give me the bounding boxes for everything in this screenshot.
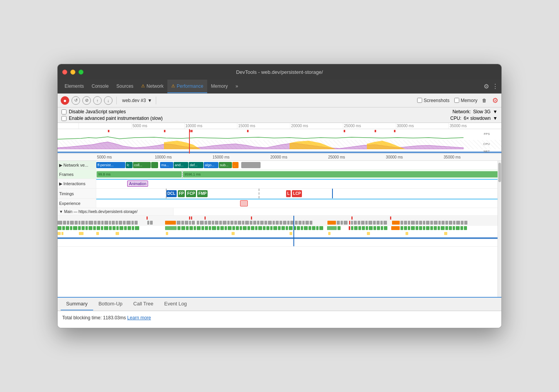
frame-1: 99.8 ms — [97, 171, 182, 177]
devtools-window: DevTools - web.dev/persistent-storage/ E… — [57, 64, 502, 328]
svg-rect-115 — [124, 226, 127, 230]
network-dropdown-icon[interactable]: ▼ — [493, 109, 498, 114]
experience-label[interactable]: Experience — [58, 199, 96, 208]
cpu-dropdown-icon[interactable]: ▼ — [493, 116, 498, 121]
settings-icon[interactable]: ⚙ — [484, 83, 489, 90]
profile-select[interactable]: web.dev #3 ▼ — [122, 98, 152, 103]
svg-rect-108 — [97, 226, 100, 230]
tab-performance[interactable]: ⚠ Performance — [167, 80, 207, 93]
svg-rect-50 — [260, 221, 264, 225]
svg-rect-10 — [81, 221, 85, 225]
svg-rect-57 — [287, 221, 290, 225]
screenshots-input[interactable] — [417, 98, 422, 103]
svg-rect-25 — [147, 221, 149, 225]
timings-label[interactable]: Timings — [58, 189, 96, 198]
experience-content — [96, 199, 501, 208]
svg-rect-162 — [354, 226, 358, 230]
svg-rect-184 — [445, 226, 448, 230]
trash-icon[interactable]: 🗑 — [482, 98, 487, 103]
frames-track: Frames 99.8 ms 9596.1 ms — [58, 170, 501, 179]
upload-button[interactable]: ↑ — [93, 96, 102, 105]
svg-rect-171 — [391, 226, 400, 230]
network-warn-icon: ⚠ — [141, 84, 145, 89]
chip-ff-persist: ff-persist... — [96, 162, 125, 168]
experience-label-text: Experience — [59, 201, 80, 206]
maximize-button[interactable] — [78, 70, 84, 75]
adv-paint-option[interactable]: Enable advanced paint instrumentation (s… — [61, 116, 163, 121]
screenshots-checkbox[interactable]: Screenshots — [417, 98, 450, 103]
interactions-topline — [96, 179, 501, 180]
svg-rect-8 — [75, 221, 78, 225]
animation-label: Animation — [129, 182, 146, 186]
network-track-label[interactable]: ▶ Network ve... — [58, 161, 96, 169]
svg-rect-141 — [258, 226, 262, 230]
tab-sources[interactable]: Sources — [112, 80, 137, 93]
svg-rect-61 — [302, 221, 305, 225]
svg-rect-156 — [316, 226, 319, 230]
settings-red-icon[interactable]: ⚙ — [492, 96, 498, 105]
interactions-label[interactable]: ▶ Interactions — [58, 179, 96, 188]
tick-15000: 15000 ms — [237, 123, 290, 129]
svg-rect-153 — [304, 226, 308, 230]
clear-button[interactable]: ⊘ — [82, 96, 91, 105]
svg-rect-97 — [464, 221, 467, 225]
tab-memory[interactable]: Memory — [207, 80, 232, 93]
memory-checkbox[interactable]: Memory — [454, 98, 477, 103]
close-button[interactable] — [62, 70, 67, 75]
learn-more-link[interactable]: Learn more — [127, 315, 151, 320]
tab-network[interactable]: ⚠ Network — [137, 80, 167, 93]
timeline-main[interactable]: 5000 ms 10000 ms 15000 ms 20000 ms 25000… — [58, 154, 501, 297]
svg-rect-7 — [70, 221, 74, 225]
download-button[interactable]: ↓ — [104, 96, 112, 105]
adv-paint-checkbox[interactable] — [61, 116, 66, 121]
memory-input[interactable] — [454, 98, 459, 103]
main-track-label[interactable]: ▼ Main — https://web.dev/persistent-stor… — [58, 208, 174, 215]
svg-rect-36 — [208, 221, 211, 225]
svg-rect-63 — [310, 221, 312, 225]
toolbar-right: Screenshots Memory 🗑 — [417, 98, 487, 103]
svg-rect-161 — [351, 226, 353, 230]
svg-rect-95 — [456, 221, 460, 225]
svg-rect-150 — [293, 226, 296, 230]
svg-rect-194 — [116, 232, 119, 235]
l-chip: L — [286, 190, 291, 197]
svg-rect-71 — [358, 221, 360, 225]
more-icon[interactable]: ⋮ — [492, 83, 498, 90]
svg-rect-169 — [381, 226, 383, 230]
svg-rect-99 — [62, 226, 65, 230]
disable-js-checkbox[interactable] — [61, 109, 66, 114]
record-button[interactable]: ● — [61, 96, 69, 105]
svg-rect-192 — [79, 232, 84, 235]
reload-button[interactable]: ↺ — [72, 96, 80, 105]
tab-event-log[interactable]: Event Log — [159, 298, 193, 310]
minimize-button[interactable] — [70, 70, 75, 75]
svg-rect-87 — [426, 221, 429, 225]
tick-10000: 10000 ms — [184, 123, 237, 129]
tick-5000: 5000 ms — [131, 123, 184, 129]
tab-summary[interactable]: Summary — [61, 298, 93, 310]
profile-dropdown-icon[interactable]: ▼ — [147, 98, 152, 103]
tab-elements[interactable]: Elements — [61, 80, 88, 93]
ruler2-tick-10k: 10000 ms — [155, 155, 212, 159]
main-track-spacer — [174, 208, 501, 215]
svg-rect-41 — [227, 221, 230, 225]
tab-console[interactable]: Console — [88, 80, 112, 93]
svg-rect-172 — [401, 226, 403, 230]
main-scrollbar[interactable] — [498, 161, 501, 297]
tab-call-tree[interactable]: Call Tree — [128, 298, 159, 310]
svg-rect-168 — [377, 226, 380, 230]
tab-bottom-up-label: Bottom-Up — [99, 301, 123, 307]
timeline-overview[interactable]: 5000 ms 10000 ms 15000 ms 20000 ms 25000… — [58, 123, 501, 154]
marker3 — [191, 216, 192, 220]
tabs-bar: Elements Console Sources ⚠ Network ⚠ Per… — [58, 80, 501, 94]
tab-more[interactable]: » — [232, 80, 242, 93]
overview-ruler: 5000 ms 10000 ms 15000 ms 20000 ms 25000… — [58, 123, 501, 129]
disable-js-option[interactable]: Disable JavaScript samples — [61, 109, 163, 114]
svg-rect-174 — [408, 226, 410, 230]
frames-label[interactable]: Frames — [58, 170, 96, 179]
svg-rect-166 — [369, 226, 373, 230]
fcp-chip: FCP — [186, 190, 196, 197]
tab-bottom-up[interactable]: Bottom-Up — [93, 298, 128, 310]
svg-rect-173 — [404, 226, 407, 230]
svg-rect-40 — [223, 221, 227, 225]
